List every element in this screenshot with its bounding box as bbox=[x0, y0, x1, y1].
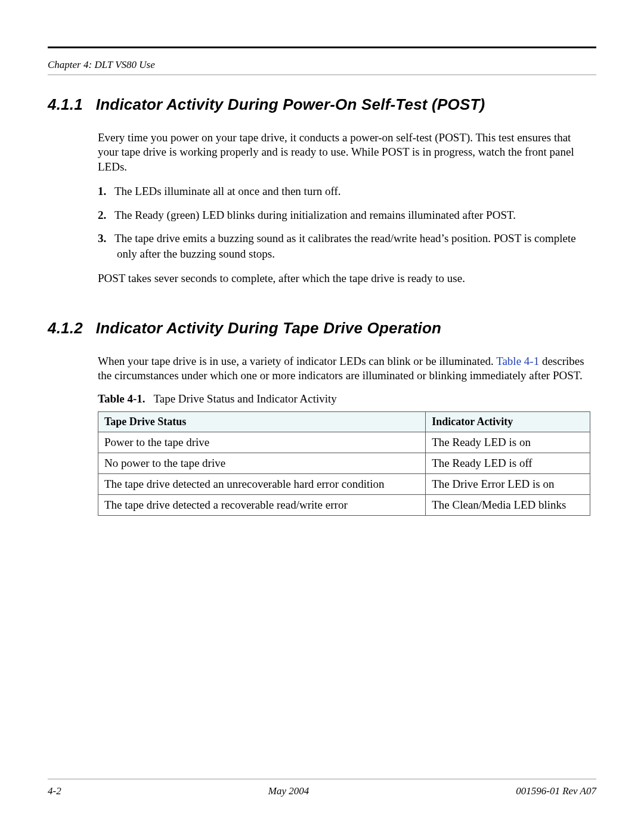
list-marker: 2. bbox=[98, 208, 114, 223]
section-412-number: 4.1.2 bbox=[48, 319, 83, 337]
section-412-heading: 4.1.2Indicator Activity During Tape Driv… bbox=[48, 319, 596, 337]
list-marker: 1. bbox=[98, 184, 114, 199]
footer-date: May 2004 bbox=[268, 785, 309, 797]
cell-activity: The Clean/Media LED blinks bbox=[426, 495, 590, 516]
doc-revision: 001596-01 Rev A07 bbox=[516, 785, 596, 797]
footer-rule bbox=[48, 779, 596, 779]
footer-row: 4-2 May 2004 001596-01 Rev A07 bbox=[48, 785, 596, 797]
post-steps-list: 1.The LEDs illuminate all at once and th… bbox=[98, 184, 590, 262]
section-412-body: When your tape drive is in use, a variet… bbox=[98, 354, 590, 516]
table-row: The tape drive detected an unrecoverable… bbox=[98, 474, 590, 495]
cell-status: The tape drive detected a recoverable re… bbox=[98, 495, 426, 516]
table-caption: Table 4-1. Tape Drive Status and Indicat… bbox=[98, 392, 590, 405]
table-reference-link[interactable]: Table 4-1 bbox=[496, 355, 539, 367]
section-411-heading: 4.1.1Indicator Activity During Power-On … bbox=[48, 95, 596, 114]
intro-pre: When your tape drive is in use, a variet… bbox=[98, 355, 496, 367]
top-rule-thin bbox=[48, 75, 596, 75]
list-text: The tape drive emits a buzzing sound as … bbox=[114, 232, 576, 260]
page-number: 4-2 bbox=[48, 785, 61, 797]
table-caption-label: Table 4-1. bbox=[98, 392, 145, 405]
list-item: 1.The LEDs illuminate all at once and th… bbox=[98, 184, 590, 199]
section-411-intro: Every time you power on your tape drive,… bbox=[98, 131, 590, 174]
col-header-status: Tape Drive Status bbox=[98, 412, 426, 432]
cell-activity: The Ready LED is on bbox=[426, 432, 590, 453]
section-411-title: Indicator Activity During Power-On Self-… bbox=[96, 95, 485, 113]
cell-activity: The Drive Error LED is on bbox=[426, 474, 590, 495]
cell-activity: The Ready LED is off bbox=[426, 453, 590, 474]
cell-status: No power to the tape drive bbox=[98, 453, 426, 474]
section-412-title: Indicator Activity During Tape Drive Ope… bbox=[96, 319, 441, 337]
list-item: 3.The tape drive emits a buzzing sound a… bbox=[98, 231, 590, 261]
list-text: The LEDs illuminate all at once and then… bbox=[114, 185, 341, 197]
page: Chapter 4: DLT VS80 Use 4.1.1Indicator A… bbox=[0, 0, 644, 833]
col-header-activity: Indicator Activity bbox=[426, 412, 590, 432]
page-footer: 4-2 May 2004 001596-01 Rev A07 bbox=[48, 779, 596, 797]
table-row: Power to the tape drive The Ready LED is… bbox=[98, 432, 590, 453]
table-row: No power to the tape drive The Ready LED… bbox=[98, 453, 590, 474]
section-411-body: Every time you power on your tape drive,… bbox=[98, 131, 590, 286]
table-row: The tape drive detected a recoverable re… bbox=[98, 495, 590, 516]
section-412-intro: When your tape drive is in use, a variet… bbox=[98, 354, 590, 383]
table-caption-text: Tape Drive Status and Indicator Activity bbox=[153, 392, 336, 405]
list-text: The Ready (green) LED blinks during init… bbox=[114, 209, 516, 221]
section-411-outro: POST takes sever seconds to complete, af… bbox=[98, 271, 590, 286]
section-411-number: 4.1.1 bbox=[48, 95, 83, 114]
status-table: Tape Drive Status Indicator Activity Pow… bbox=[98, 411, 590, 516]
chapter-header: Chapter 4: DLT VS80 Use bbox=[48, 59, 596, 71]
cell-status: The tape drive detected an unrecoverable… bbox=[98, 474, 426, 495]
table-header-row: Tape Drive Status Indicator Activity bbox=[98, 412, 590, 432]
top-rule-thick bbox=[48, 47, 596, 48]
list-item: 2.The Ready (green) LED blinks during in… bbox=[98, 208, 590, 223]
list-marker: 3. bbox=[98, 231, 114, 246]
cell-status: Power to the tape drive bbox=[98, 432, 426, 453]
